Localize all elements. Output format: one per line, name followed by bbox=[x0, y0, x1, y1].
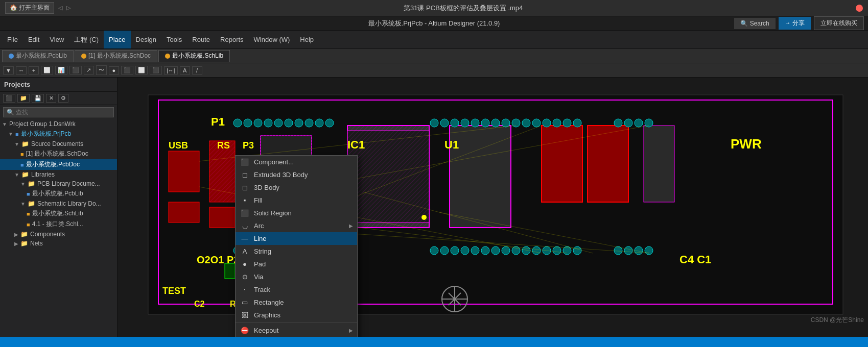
menu-track[interactable]: ⬝ Track bbox=[236, 283, 357, 296]
tab-pcb-icon bbox=[9, 54, 14, 59]
menu-fill[interactable]: ▪ Fill bbox=[236, 194, 357, 207]
svg-text:P1: P1 bbox=[211, 115, 225, 128]
tree-interface-lib[interactable]: ■ 4.1 - 接口类.Schl... bbox=[0, 219, 117, 230]
tree-project-group[interactable]: ▼ Project Group 1.DsnWrk bbox=[0, 119, 117, 129]
tree-project[interactable]: ▼ ■ 最小系统板.PrjPcb bbox=[0, 129, 117, 139]
settings-panel-btn[interactable]: ⚙ bbox=[58, 94, 68, 103]
rectangle-icon: ▭ bbox=[240, 298, 250, 308]
menu-line[interactable]: — Line bbox=[236, 232, 357, 245]
menu-tools[interactable]: Tools bbox=[161, 31, 187, 48]
menu-project[interactable]: 工程 (C) bbox=[69, 31, 104, 48]
tree-libraries[interactable]: ▼ 📁 Libraries bbox=[0, 170, 117, 179]
menu-help[interactable]: Help bbox=[295, 31, 319, 48]
rectangle-label: Rectangle bbox=[254, 299, 284, 306]
svg-point-43 bbox=[624, 119, 632, 127]
menu-arc[interactable]: ◡ Arc ▶ bbox=[236, 219, 357, 232]
tab-schlib[interactable]: 最小系统板.SchLib bbox=[158, 50, 230, 62]
toolbar-btn4[interactable]: ⬜ bbox=[41, 66, 53, 75]
menu-place[interactable]: Place bbox=[104, 31, 131, 48]
menu-via[interactable]: ⊙ Via bbox=[236, 270, 357, 283]
toolbar-btn8[interactable]: 〜 bbox=[96, 65, 107, 75]
toolbar-filter[interactable]: ▼ bbox=[3, 66, 14, 75]
fill-label: Fill bbox=[254, 196, 263, 204]
svg-text:C4 C1: C4 C1 bbox=[679, 253, 711, 266]
menu-reports[interactable]: Reports bbox=[215, 31, 249, 48]
buy-button[interactable]: 立即在线购买 bbox=[814, 16, 864, 30]
toolbar-btn15[interactable]: / bbox=[192, 66, 202, 75]
menu-keepout[interactable]: ⛔ Keepout ▶ bbox=[236, 324, 357, 337]
canvas-area[interactable]: P1 USB RS P3 IC1 U1 PWR O2O1 P2 C4 C1 TE… bbox=[118, 78, 868, 337]
iface-lib-icon: ■ bbox=[27, 221, 30, 228]
svg-point-63 bbox=[481, 246, 489, 255]
menu-file[interactable]: File bbox=[2, 31, 23, 48]
tree-schlib-file[interactable]: ■ 最小系统板.SchLib bbox=[0, 208, 117, 219]
svg-text:RS: RS bbox=[217, 140, 230, 151]
tree-pcbdoc[interactable]: ■ 最小系统板.PcbDoc bbox=[0, 159, 117, 170]
open-btn[interactable]: 📁 bbox=[17, 94, 30, 103]
menu-window[interactable]: Window (W) bbox=[249, 31, 295, 48]
pcblib-file-icon: ■ bbox=[27, 191, 30, 197]
schlib-file-label: 最小系统板.SchLib bbox=[32, 209, 83, 218]
toolbar-btn3[interactable]: + bbox=[29, 66, 39, 75]
tree-schdoc[interactable]: ■ [1] 最小系统板.SchDoc bbox=[0, 148, 117, 159]
search-button[interactable]: 🔍 Search bbox=[734, 18, 775, 29]
nets-label: Nets bbox=[30, 240, 43, 247]
svg-text:IC1: IC1 bbox=[347, 138, 365, 151]
project-search[interactable] bbox=[3, 107, 114, 117]
svg-point-41 bbox=[573, 119, 581, 127]
pcb-icon: ■ bbox=[20, 162, 24, 168]
project-label: 最小系统板.PrjPcb bbox=[21, 130, 72, 138]
menu-design[interactable]: Design bbox=[131, 31, 161, 48]
svg-point-19 bbox=[254, 119, 262, 127]
menu-graphics[interactable]: 🖼 Graphics bbox=[236, 309, 357, 321]
share-button[interactable]: → 分享 bbox=[779, 17, 811, 30]
component-icon: ⬛ bbox=[240, 157, 250, 167]
menu-extruded-3d[interactable]: ◻ Extruded 3D Body bbox=[236, 168, 357, 181]
expand-icon-source: ▼ bbox=[14, 141, 19, 147]
expand-icon-components: ▶ bbox=[14, 232, 18, 237]
toolbar-btn11[interactable]: ⬜ bbox=[135, 66, 148, 75]
svg-point-70 bbox=[553, 246, 561, 255]
close-btn[interactable]: ✕ bbox=[46, 94, 56, 103]
menu-3d-body[interactable]: ◻ 3D Body bbox=[236, 181, 357, 194]
tree-source-docs[interactable]: ▼ 📁 Source Documents bbox=[0, 139, 117, 148]
schdoc-label: [1] 最小系统板.SchDoc bbox=[26, 150, 88, 158]
menu-view[interactable]: View bbox=[44, 31, 69, 48]
toolbar-btn7[interactable]: ↗ bbox=[84, 66, 94, 75]
tree-pcblib-folder[interactable]: ▼ 📁 PCB Library Docume... bbox=[0, 179, 117, 188]
toolbar-btn6[interactable]: ⬛ bbox=[69, 66, 82, 75]
svg-point-22 bbox=[285, 119, 293, 127]
menu-string[interactable]: A String bbox=[236, 245, 357, 258]
home-button[interactable]: 🏠 打开主界面 bbox=[5, 2, 54, 14]
toolbar-btn13[interactable]: |↔| bbox=[164, 66, 178, 75]
toolbar-btn2[interactable]: ↔ bbox=[16, 66, 27, 75]
toolbar-btn9[interactable]: ● bbox=[109, 66, 119, 75]
close-button[interactable] bbox=[856, 5, 863, 12]
menu-solid-region[interactable]: ⬛ Solid Region bbox=[236, 207, 357, 219]
svg-point-32 bbox=[481, 119, 489, 127]
new-project-btn[interactable]: ⬛ bbox=[3, 94, 15, 103]
tab-schdoc[interactable]: [1] 最小系统板.SchDoc bbox=[75, 50, 157, 62]
tab-pcblib[interactable]: 最小系统板.PcbLib bbox=[2, 50, 74, 62]
menu-rectangle[interactable]: ▭ Rectangle bbox=[236, 296, 357, 309]
svg-rect-90 bbox=[225, 263, 235, 279]
svg-point-27 bbox=[430, 119, 438, 127]
toolbar-btn14[interactable]: A bbox=[180, 66, 190, 75]
arc-label: Arc bbox=[254, 222, 264, 230]
tree-schlib-folder[interactable]: ▼ 📁 Schematic Library Do... bbox=[0, 199, 117, 208]
tree-nets[interactable]: ▶ 📁 Nets bbox=[0, 239, 117, 248]
tree-components[interactable]: ▶ 📁 Components bbox=[0, 230, 117, 239]
svg-text:P3: P3 bbox=[243, 140, 254, 151]
toolbar-btn5[interactable]: 📊 bbox=[55, 66, 67, 75]
menu-component[interactable]: ⬛ Component... bbox=[236, 156, 357, 168]
svg-point-17 bbox=[233, 119, 242, 127]
menu-pad[interactable]: ● Pad bbox=[236, 258, 357, 270]
graphics-label: Graphics bbox=[254, 311, 280, 319]
save-btn[interactable]: 💾 bbox=[32, 94, 44, 103]
toolbar-btn10[interactable]: ⬛ bbox=[121, 66, 133, 75]
toolbar-btn12[interactable]: ⬛ bbox=[150, 66, 162, 75]
tree-pcblib-file[interactable]: ■ 最小系统板.PcbLib bbox=[0, 188, 117, 199]
menu-route[interactable]: Route bbox=[187, 31, 215, 48]
menu-edit[interactable]: Edit bbox=[23, 31, 44, 48]
place-menu: ⬛ Component... ◻ Extruded 3D Body ◻ 3D B… bbox=[235, 155, 358, 337]
